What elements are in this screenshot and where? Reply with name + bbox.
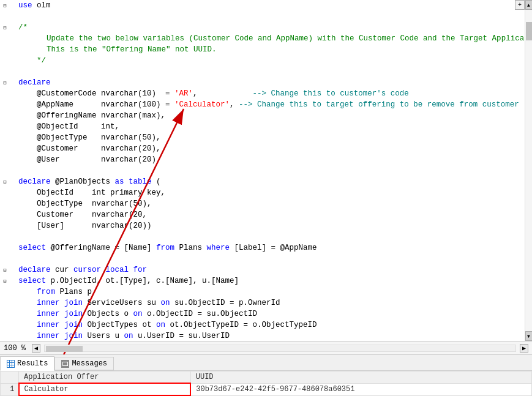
collapse-icon-26[interactable]: ⊟ [1, 275, 9, 286]
code-lines: use olm /* Update the two below variable… [18, 0, 525, 341]
right-scrollbar[interactable]: ▲ ▼ [525, 0, 532, 341]
results-table-container[interactable]: Application Offer UUID 1 Calculator 30b7… [0, 371, 532, 396]
code-line-15: @User nvarchar(20) [18, 154, 525, 165]
horizontal-scrollbar[interactable] [44, 345, 516, 352]
code-line-2 [18, 11, 525, 22]
messages-tab-label: Messages [72, 359, 107, 368]
code-line-25: declare cur cursor local for [18, 264, 525, 275]
col-uuid: UUID [190, 372, 531, 384]
collapse-gutter: ⊟ ⊟ ⊟ [0, 0, 10, 341]
scroll-thumb[interactable] [526, 22, 532, 40]
editor-container: + ⊟ ⊟ ⊟ [0, 0, 532, 354]
collapse-icon-3[interactable]: ⊟ [1, 22, 9, 33]
code-line-5: This is the "Offering Name" not UUID. [18, 44, 525, 55]
messages-tab[interactable]: Messages [54, 357, 114, 370]
code-line-13: @ObjectType nvarchar(50), [18, 132, 525, 143]
row-number-1: 1 [1, 383, 19, 395]
collapse-icon-1[interactable]: ⊟ [1, 0, 9, 11]
corner-icon[interactable]: + [515, 0, 525, 10]
code-line-28: inner join ServiceUsers su on su.ObjectI… [18, 297, 525, 308]
line-numbers [10, 0, 18, 341]
results-tab-icon [7, 360, 15, 368]
corner-button[interactable]: + [515, 0, 525, 10]
cell-uuid-1: 30b73d67-e242-42f5-9677-486078a60351 [190, 383, 531, 395]
code-line-4: Update the two below variables (Customer… [18, 33, 525, 44]
tabs-row: Results Messages [0, 355, 532, 371]
status-bar: 100 % ◀ ▶ [0, 341, 532, 354]
code-line-31: inner join Users u on u.UserID = su.User… [18, 331, 525, 341]
h-scroll-thumb[interactable] [46, 346, 83, 352]
zoom-value: 100 % [4, 344, 29, 353]
zoom-decrease-btn[interactable]: ◀ [32, 344, 40, 353]
code-line-1: use olm [18, 0, 525, 11]
code-line-29: inner join Objects o on o.ObjectID = su.… [18, 308, 525, 319]
code-line-10: @AppName nvarchar(100) = 'Calculator', -… [18, 99, 525, 110]
collapse-icon-8[interactable]: ⊟ [1, 77, 9, 88]
code-line-12: @ObjectId int, [18, 121, 525, 132]
code-line-3: /* [18, 22, 525, 33]
code-line-11: @OfferingName nvarchar(max), [18, 110, 525, 121]
zoom-increase-btn[interactable]: ▶ [520, 344, 528, 353]
results-table: Application Offer UUID 1 Calculator 30b7… [0, 371, 532, 396]
code-line-21: [User] nvarchar(20)) [18, 220, 525, 231]
code-line-30: inner join ObjectTypes ot on ot.ObjectTy… [18, 319, 525, 331]
cell-application-offer-1: Calculator [19, 383, 191, 395]
code-line-6: */ [18, 55, 525, 66]
code-line-23: select @OfferingName = [Name] from Plans… [18, 242, 525, 253]
code-line-26: select p.ObjectId, ot.[Type], c.[Name], … [18, 275, 525, 286]
scroll-track [525, 10, 532, 331]
code-line-9: @CustomerCode nvarchar(10) = 'AR', --> C… [18, 88, 525, 99]
scroll-down-btn[interactable]: ▼ [525, 331, 533, 341]
messages-tab-icon [61, 360, 69, 368]
code-line-27: from Plans p [18, 286, 525, 297]
code-line-24 [18, 253, 525, 264]
results-panel: Results Messages Application Offer UUID [0, 354, 532, 396]
code-line-19: ObjectType nvarchar(50), [18, 198, 525, 209]
code-line-7 [18, 66, 525, 77]
col-application-offer: Application Offer [19, 372, 191, 384]
code-content[interactable]: use olm /* Update the two below variable… [18, 0, 525, 341]
collapse-icon-17[interactable]: ⊟ [1, 176, 9, 187]
result-row-1: 1 Calculator 30b73d67-e242-42f5-9677-486… [1, 383, 532, 395]
results-tab[interactable]: Results [0, 356, 54, 371]
results-tab-label: Results [17, 359, 48, 368]
code-line-16 [18, 165, 525, 176]
code-line-20: Customer nvarchar(20, [18, 209, 525, 220]
code-line-8: declare [18, 77, 525, 88]
scroll-up-btn[interactable]: ▲ [525, 0, 533, 10]
code-line-14: @Customer nvarchar(20), [18, 143, 525, 154]
code-line-17: declare @PlanObjects as table ( [18, 176, 525, 187]
code-line-18: ObjectId int primary key, [18, 187, 525, 198]
code-line-22 [18, 231, 525, 242]
collapse-icon-25[interactable]: ⊟ [1, 264, 9, 275]
